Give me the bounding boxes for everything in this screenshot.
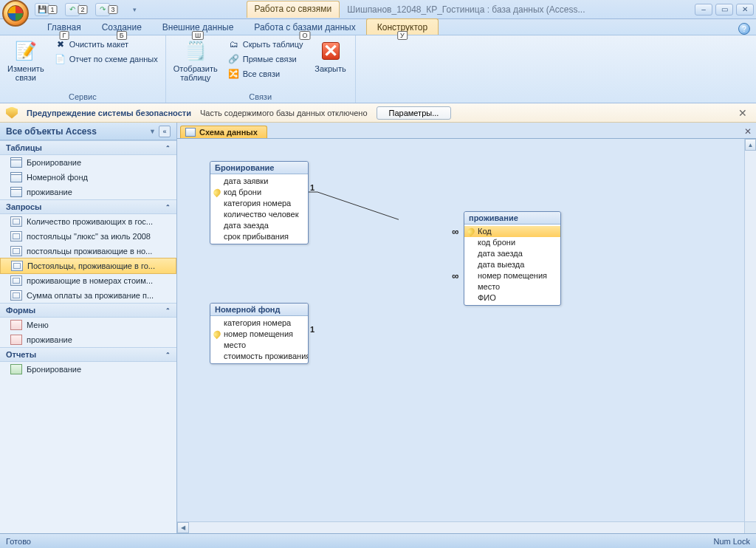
restore-button[interactable]: ▭ [715,4,733,16]
shield-icon [6,107,18,119]
nav-header[interactable]: Все объекты Access ▼ « [0,123,176,140]
nav-section-tables[interactable]: Таблицы⌃ [0,140,176,155]
doc-tab-close-button[interactable]: ✕ [740,125,756,138]
nav-item[interactable]: Бронирование [0,155,176,170]
close-icon: ✕ [319,39,343,63]
status-numlock: Num Lock [713,537,750,546]
nav-item[interactable]: Количество проживающих в гос... [0,214,176,229]
table-field[interactable]: ФИО [464,292,560,304]
keytip: Г [59,31,69,40]
table-field[interactable]: место [464,281,560,292]
nav-item-label: Сумма оплаты за проживание п... [27,291,154,300]
ribbon-tabs: ГлавнаяГ СозданиеБ Внешние данныеШ Работ… [0,19,756,35]
doc-tab-schema[interactable]: Схема данных [180,126,267,138]
show-table-icon: 🗒️ [184,39,207,63]
tab-db-tools[interactable]: Работа с базами данныхО [244,19,365,35]
keytip: Ш [192,31,204,40]
tab-design[interactable]: КонструкторУ [366,18,439,35]
edit-relationships-icon: 📝 [14,39,38,63]
title-bar: 💾 1 ↶ 2 ↷ 3 ▾ Работа со связями Шишпанов… [0,0,756,19]
security-close-button[interactable]: ✕ [735,107,750,119]
tab-external-data[interactable]: Внешние данныеШ [152,19,244,35]
keytip: Б [117,31,127,40]
close-button[interactable]: ✕ Закрыть [311,38,351,75]
security-title: Предупреждение системы безопасности [27,109,191,117]
table-field[interactable]: дата выезда [464,259,560,270]
table-field[interactable]: код брони [210,187,308,198]
table-box-rooms[interactable]: Номерной фонд категория номераномер поме… [210,303,309,364]
edit-relationships-button[interactable]: 📝 Изменить связи [4,38,47,83]
window-title: Шишпанов_12048_КР_Гостиница : база данны… [347,4,585,15]
nav-item[interactable]: проживающие в номерах стоим... [0,273,176,288]
scroll-left-button[interactable]: ◀ [177,522,189,533]
help-button[interactable]: ? [738,23,750,35]
table-field[interactable]: номер помещения [210,329,308,340]
nav-item-label: постояльцы проживающие в но... [27,247,152,256]
office-button[interactable] [2,0,29,27]
nav-item[interactable]: проживание [0,332,176,347]
table-field[interactable]: место [210,340,308,351]
table-field[interactable]: дата заявки [210,176,308,187]
all-rel-icon: 🔀 [228,68,240,80]
table-field[interactable]: категория номера [210,198,308,209]
nav-section-reports[interactable]: Отчеты⌃ [0,347,176,362]
svg-line-1 [317,192,399,239]
nav-section-forms[interactable]: Формы⌃ [0,303,176,318]
table-field[interactable]: дата заезда [464,248,560,259]
all-relationships-button[interactable]: 🔀Все связи [225,67,306,81]
vertical-scrollbar[interactable]: ▲ [744,139,756,521]
report-icon: 📄 [55,53,66,65]
rel-many-label: ∞ [452,270,458,281]
table-field[interactable]: количество человек [210,209,308,220]
nav-item-label: Бронирование [27,158,81,167]
table-field[interactable]: срок прибывания [210,231,308,242]
show-table-button[interactable]: 🗒️ Отобразить таблицу [171,38,221,83]
table-field[interactable]: стоимость проживания [210,351,308,362]
minimize-button[interactable]: – [695,4,712,16]
table-field[interactable]: номер помещения [464,270,560,281]
nav-section-queries[interactable]: Запросы⌃ [0,199,176,214]
nav-item[interactable]: постояльцы проживающие в но... [0,244,176,258]
direct-relationships-button[interactable]: 🔗Прямые связи [225,52,306,66]
object-icon [10,290,22,301]
nav-item-label: Количество проживающих в гос... [27,217,153,226]
hide-table-button[interactable]: 🗂Скрыть таблицу [225,38,306,51]
scroll-up-button[interactable]: ▲ [745,139,756,151]
nav-item[interactable]: проживание [0,185,176,199]
clear-icon: ✖ [55,38,66,50]
security-message: Часть содержимого базы данных отключено [200,109,368,117]
security-options-button[interactable]: Параметры... [377,106,452,120]
table-field[interactable]: дата заезда [210,220,308,231]
close-window-button[interactable]: ✕ [736,4,754,16]
nav-item[interactable]: Сумма оплаты за проживание п... [0,288,176,303]
relationships-canvas[interactable]: 1 ∞ 1 ∞ Бронирование дата заявкикод брон… [177,139,756,533]
document-area: Схема данных ✕ 1 ∞ 1 ∞ Бр [177,123,756,533]
hide-icon: 🗂 [228,38,240,50]
group-label-relationships: Связи [171,92,351,103]
table-field[interactable]: код брони [464,237,560,248]
nav-item[interactable]: постояльцы "люкс" за июль 2008 [0,229,176,244]
table-field[interactable]: категория номера [210,318,308,329]
security-warning-bar: Предупреждение системы безопасности Част… [0,103,756,123]
relationship-report-button[interactable]: 📄Отчет по схеме данных [52,52,161,66]
table-title: проживание [464,212,560,225]
tab-create[interactable]: СозданиеБ [92,19,152,35]
tab-home[interactable]: ГлавнаяГ [37,19,92,35]
chevron-down-icon: ▼ [149,128,156,135]
table-box-booking[interactable]: Бронирование дата заявкикод броникатегор… [210,161,309,244]
nav-item[interactable]: Бронирование [0,362,176,377]
nav-item[interactable]: Номерной фонд [0,170,176,185]
table-field[interactable]: Код [464,226,560,237]
nav-collapse-button[interactable]: « [159,126,171,137]
scroll-corner [744,521,756,533]
nav-item[interactable]: Меню [0,318,176,332]
status-ready: Готово [6,537,31,546]
rel-one-label: 1 [310,183,315,192]
nav-item-label: Номерной фонд [27,173,88,182]
horizontal-scrollbar[interactable]: ◀ [177,521,744,533]
table-box-stay[interactable]: проживание Кодкод бронидата заездадата в… [464,211,561,306]
qat-key-1: 1 [47,5,57,14]
nav-item[interactable]: Постояльцы, проживающие в го... [0,258,176,274]
table-title: Бронирование [210,162,308,174]
object-icon [10,246,22,256]
